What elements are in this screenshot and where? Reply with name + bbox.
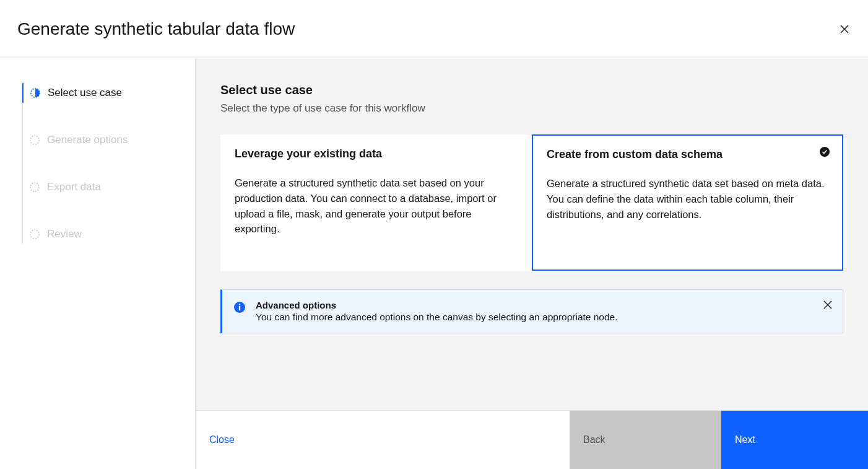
modal-header: Generate synthetic tabular data flow xyxy=(0,0,868,58)
svg-point-2 xyxy=(30,183,39,191)
info-close-button[interactable] xyxy=(822,299,834,311)
close-button[interactable]: Close xyxy=(196,411,570,469)
step-label: Generate options xyxy=(47,134,128,146)
step-select-use-case[interactable]: Select use case xyxy=(22,83,194,103)
step-pending-icon xyxy=(30,229,40,239)
close-icon xyxy=(840,24,849,34)
main-panel: Select use case Select the type of use c… xyxy=(196,58,868,469)
use-case-cards: Leverage your existing data Generate a s… xyxy=(220,134,843,271)
close-modal-button[interactable] xyxy=(838,23,851,35)
info-body: You can find more advanced options on th… xyxy=(256,312,618,322)
main-content: Select use case Select the type of use c… xyxy=(196,58,868,410)
modal-body: Select use case Generate options Export … xyxy=(0,58,868,469)
step-label: Select use case xyxy=(48,87,122,99)
close-icon xyxy=(823,300,832,309)
step-list: Select use case Generate options Export … xyxy=(22,83,195,244)
step-export-data: Export data xyxy=(22,177,194,197)
step-label: Review xyxy=(47,228,82,240)
card-description: Generate a structured synthetic data set… xyxy=(547,176,828,222)
svg-point-1 xyxy=(30,136,39,144)
back-button[interactable]: Back xyxy=(570,411,721,469)
section-subtitle: Select the type of use case for this wor… xyxy=(220,102,843,115)
section-heading: Select use case xyxy=(220,83,843,97)
step-pending-icon xyxy=(30,135,40,145)
step-pending-icon xyxy=(30,182,40,192)
step-generate-options: Generate options xyxy=(22,130,194,150)
step-label: Export data xyxy=(47,181,101,193)
checkmark-icon xyxy=(820,147,830,157)
svg-rect-7 xyxy=(239,306,240,310)
info-icon xyxy=(233,301,246,313)
card-title: Create from custom data schema xyxy=(547,148,828,161)
card-description: Generate a structured synthetic data set… xyxy=(235,175,516,237)
card-custom-schema[interactable]: Create from custom data schema Generate … xyxy=(532,134,843,271)
step-current-icon xyxy=(30,88,40,98)
wizard-sidebar: Select use case Generate options Export … xyxy=(0,58,196,469)
step-review: Review xyxy=(22,224,194,244)
card-leverage-existing[interactable]: Leverage your existing data Generate a s… xyxy=(220,134,531,271)
svg-point-6 xyxy=(239,304,241,305)
info-title: Advanced options xyxy=(256,300,618,310)
svg-point-3 xyxy=(30,230,39,239)
modal-title: Generate synthetic tabular data flow xyxy=(17,19,295,39)
info-banner: Advanced options You can find more advan… xyxy=(220,289,843,333)
next-button[interactable]: Next xyxy=(721,411,868,469)
wizard-footer: Close Back Next xyxy=(196,410,868,469)
card-title: Leverage your existing data xyxy=(235,147,516,160)
svg-point-4 xyxy=(820,147,830,157)
info-text: Advanced options You can find more advan… xyxy=(256,300,618,323)
